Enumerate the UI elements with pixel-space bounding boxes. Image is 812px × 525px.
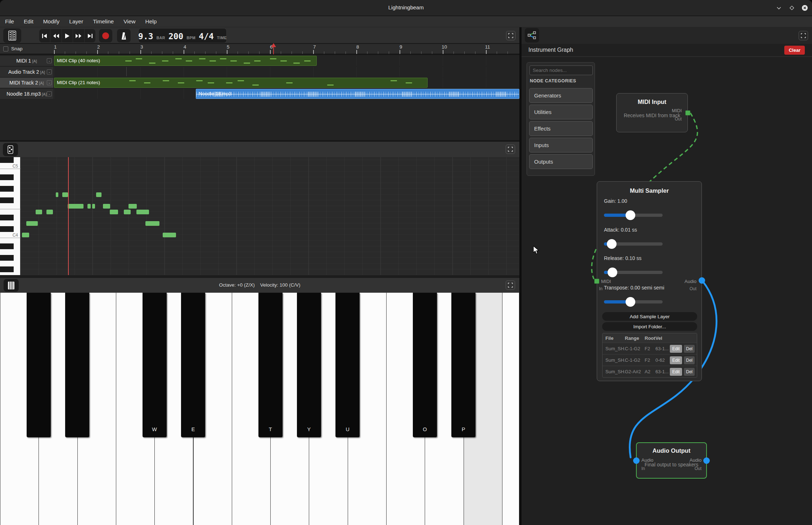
midi-note[interactable] xyxy=(92,204,95,209)
piano-roll-expand-button[interactable] xyxy=(506,145,515,154)
delete-sample-button[interactable]: Del xyxy=(684,356,695,364)
minimize-button[interactable] xyxy=(775,4,783,12)
black-key-T[interactable]: T xyxy=(258,293,283,437)
fast-forward-button[interactable] xyxy=(73,29,84,42)
black-key-E[interactable]: E xyxy=(181,293,205,437)
clip-midi[interactable]: MIDI Clip (21 notes) xyxy=(54,78,428,88)
midi-note[interactable] xyxy=(26,221,38,226)
node-audio-output[interactable]: Audio Output Audio Final output to speak… xyxy=(636,442,707,479)
midi-note[interactable] xyxy=(56,192,58,197)
edit-sample-button[interactable]: Edit xyxy=(670,368,682,376)
menu-view[interactable]: View xyxy=(123,18,135,25)
black-key-P[interactable]: P xyxy=(451,293,475,437)
piano-roll-icon-button[interactable] xyxy=(3,143,18,156)
param-slider[interactable] xyxy=(604,271,663,274)
piano-roll-scrollbar[interactable] xyxy=(0,275,519,278)
mini-black-key[interactable] xyxy=(0,243,14,249)
mini-black-key[interactable] xyxy=(0,255,14,261)
black-key-O[interactable]: O xyxy=(413,293,437,437)
midi-note[interactable] xyxy=(124,210,131,214)
midi-note[interactable] xyxy=(103,204,110,209)
midi-note[interactable] xyxy=(62,192,68,197)
audio-out-port[interactable] xyxy=(699,277,705,284)
mini-black-key[interactable] xyxy=(0,186,14,192)
record-button[interactable] xyxy=(99,29,112,42)
param-slider[interactable] xyxy=(604,242,663,246)
transport-display[interactable]: 9.3 BAR 200 BPM 4/4 TIME xyxy=(138,28,227,43)
track-lane[interactable]: Noodle 18.mp3 xyxy=(54,89,519,99)
mini-black-key[interactable] xyxy=(0,226,14,232)
track-lane[interactable] xyxy=(54,67,519,77)
metronome-button[interactable] xyxy=(117,29,131,42)
node-midi-input[interactable]: MIDI Input MIDI Receives MIDI from track… xyxy=(616,93,688,132)
track-lane[interactable]: MIDI Clip (21 notes) xyxy=(54,78,519,88)
edit-sample-button[interactable]: Edit xyxy=(670,356,682,364)
menu-edit[interactable]: Edit xyxy=(24,18,33,25)
menu-help[interactable]: Help xyxy=(145,18,157,25)
audio-in-port[interactable] xyxy=(633,457,640,464)
menu-modify[interactable]: Modify xyxy=(43,18,60,25)
menu-file[interactable]: File xyxy=(5,18,14,25)
black-key-W[interactable]: W xyxy=(143,293,167,437)
keyboard-expand-button[interactable] xyxy=(506,280,515,290)
menu-layer[interactable]: Layer xyxy=(69,18,83,25)
timeline-ruler[interactable]: Snap 1234567891011 xyxy=(0,44,519,54)
track-header-noodle-18-mp3[interactable]: Noodle 18.mp3[A]- xyxy=(0,89,53,99)
edit-sample-button[interactable]: Edit xyxy=(670,345,682,353)
mini-black-key[interactable] xyxy=(0,197,14,203)
midi-note[interactable] xyxy=(110,210,118,214)
track-header-midi-track-2[interactable]: MIDI Track 2[A]- xyxy=(0,78,53,88)
playhead-marker[interactable] xyxy=(273,47,274,54)
node-multi-sampler[interactable]: Multi Sampler Gain: 1.00 Attack: 0.01 ss… xyxy=(597,181,702,381)
track-header-audio-track-2[interactable]: Audio Track 2[A]- xyxy=(0,67,53,77)
track-mini-checkbox[interactable]: - xyxy=(47,91,52,96)
midi-note[interactable] xyxy=(136,210,149,214)
midi-note[interactable] xyxy=(128,204,137,209)
mini-black-key[interactable] xyxy=(0,266,14,272)
close-button[interactable] xyxy=(800,4,809,12)
midi-note[interactable] xyxy=(46,210,53,214)
white-key[interactable] xyxy=(502,293,519,525)
track-header-midi-1[interactable]: MIDI 1[A]- xyxy=(0,56,53,66)
mini-black-key[interactable] xyxy=(0,174,14,180)
black-key[interactable] xyxy=(27,293,51,437)
snap-checkbox[interactable] xyxy=(3,46,8,51)
midi-in-port[interactable] xyxy=(594,279,599,284)
maximize-button[interactable] xyxy=(788,4,796,12)
rewind-button[interactable] xyxy=(50,29,62,42)
timeline-expand-button[interactable] xyxy=(506,31,515,40)
mini-black-key[interactable] xyxy=(0,157,14,163)
skip-start-button[interactable] xyxy=(39,29,50,42)
midi-note[interactable] xyxy=(87,204,91,209)
track-mini-checkbox[interactable]: - xyxy=(47,69,52,74)
clip-midi[interactable]: MIDI Clip (40 notes) xyxy=(54,56,317,66)
piano-roll-keys[interactable]: C5C4 xyxy=(0,157,21,275)
track-mini-checkbox[interactable]: - xyxy=(47,80,52,85)
piano-roll[interactable]: C5C4 xyxy=(0,157,519,275)
midi-note[interactable] xyxy=(163,233,176,237)
black-key-Y[interactable]: Y xyxy=(297,293,321,437)
skip-end-button[interactable] xyxy=(85,29,95,42)
piano-roll-grid[interactable] xyxy=(21,157,519,275)
clip-audio[interactable]: Noodle 18.mp3 xyxy=(196,89,519,99)
slider-thumb[interactable] xyxy=(608,268,617,277)
param-slider[interactable] xyxy=(604,214,663,217)
mini-black-key[interactable] xyxy=(0,215,14,220)
slider-thumb[interactable] xyxy=(607,239,617,249)
audio-out-port[interactable] xyxy=(703,457,710,464)
param-slider[interactable] xyxy=(604,300,663,303)
slider-thumb[interactable] xyxy=(626,210,635,220)
play-button[interactable] xyxy=(62,29,73,42)
add-sample-layer-button[interactable]: Add Sample Layer xyxy=(602,312,697,321)
delete-sample-button[interactable]: Del xyxy=(684,345,695,353)
import-folder-button[interactable]: Import Folder... xyxy=(602,322,697,331)
slider-thumb[interactable] xyxy=(626,297,635,307)
track-lane[interactable]: MIDI Clip (40 notes) xyxy=(54,56,519,66)
black-key[interactable] xyxy=(65,293,89,437)
track-mini-checkbox[interactable]: - xyxy=(47,58,52,63)
midi-out-port[interactable] xyxy=(685,110,690,115)
midi-note[interactable] xyxy=(96,192,102,197)
film-button[interactable] xyxy=(3,28,21,43)
midi-note[interactable] xyxy=(145,221,159,226)
midi-note[interactable] xyxy=(22,233,29,237)
